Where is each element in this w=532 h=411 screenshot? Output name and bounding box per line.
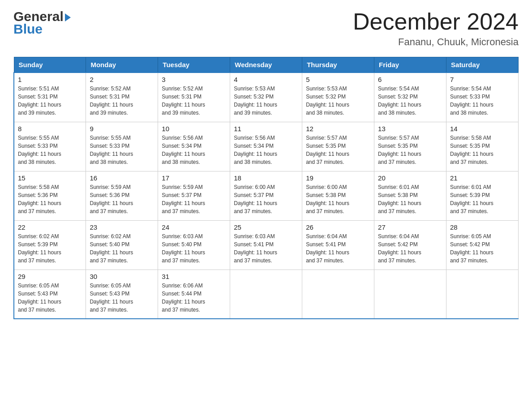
page-header: General Blue December 2024 Fananu, Chuuk… xyxy=(13,9,519,48)
day-number: 9 xyxy=(90,125,154,133)
header-friday: Friday xyxy=(374,57,446,73)
header-tuesday: Tuesday xyxy=(158,57,230,73)
calendar-cell: 25 Sunrise: 6:03 AMSunset: 5:41 PMDaylig… xyxy=(230,220,302,270)
day-number: 8 xyxy=(18,125,82,133)
calendar-cell: 15 Sunrise: 5:58 AMSunset: 5:36 PMDaylig… xyxy=(14,171,86,220)
calendar-cell: 11 Sunrise: 5:56 AMSunset: 5:34 PMDaylig… xyxy=(230,122,302,171)
day-number: 12 xyxy=(306,125,370,133)
calendar-cell: 30 Sunrise: 6:05 AMSunset: 5:43 PMDaylig… xyxy=(86,270,158,319)
calendar-title: December 2024 xyxy=(353,9,519,34)
header-row: SundayMondayTuesdayWednesdayThursdayFrid… xyxy=(14,57,519,73)
day-number: 19 xyxy=(306,174,370,182)
day-number: 18 xyxy=(234,174,298,182)
day-number: 10 xyxy=(162,125,226,133)
day-number: 7 xyxy=(450,76,515,83)
calendar-cell: 28 Sunrise: 6:05 AMSunset: 5:42 PMDaylig… xyxy=(446,220,519,270)
calendar-cell: 22 Sunrise: 6:02 AMSunset: 5:39 PMDaylig… xyxy=(14,220,86,270)
calendar-cell: 19 Sunrise: 6:00 AMSunset: 5:38 PMDaylig… xyxy=(302,171,374,220)
day-info: Sunrise: 5:56 AMSunset: 5:34 PMDaylight:… xyxy=(162,134,226,166)
day-info: Sunrise: 5:53 AMSunset: 5:32 PMDaylight:… xyxy=(234,85,298,117)
logo: General Blue xyxy=(13,9,71,37)
calendar-cell: 4 Sunrise: 5:53 AMSunset: 5:32 PMDayligh… xyxy=(230,73,302,122)
calendar-cell: 1 Sunrise: 5:51 AMSunset: 5:31 PMDayligh… xyxy=(14,73,86,122)
calendar-cell: 17 Sunrise: 5:59 AMSunset: 5:37 PMDaylig… xyxy=(158,171,230,220)
day-info: Sunrise: 6:05 AMSunset: 5:43 PMDaylight:… xyxy=(18,282,82,314)
day-number: 15 xyxy=(18,174,82,182)
day-number: 3 xyxy=(162,76,226,83)
week-row-5: 29 Sunrise: 6:05 AMSunset: 5:43 PMDaylig… xyxy=(14,270,519,319)
header-wednesday: Wednesday xyxy=(230,57,302,73)
day-number: 28 xyxy=(450,223,515,231)
week-row-3: 15 Sunrise: 5:58 AMSunset: 5:36 PMDaylig… xyxy=(14,171,519,220)
calendar-cell: 8 Sunrise: 5:55 AMSunset: 5:33 PMDayligh… xyxy=(14,122,86,171)
day-info: Sunrise: 6:04 AMSunset: 5:42 PMDaylight:… xyxy=(378,232,442,265)
day-info: Sunrise: 5:58 AMSunset: 5:35 PMDaylight:… xyxy=(450,134,515,166)
day-number: 17 xyxy=(162,174,226,182)
day-number: 6 xyxy=(378,76,442,83)
day-info: Sunrise: 6:02 AMSunset: 5:39 PMDaylight:… xyxy=(18,232,82,265)
calendar-cell: 21 Sunrise: 6:01 AMSunset: 5:39 PMDaylig… xyxy=(446,171,519,220)
day-info: Sunrise: 5:55 AMSunset: 5:33 PMDaylight:… xyxy=(90,134,154,166)
day-number: 27 xyxy=(378,223,442,231)
day-info: Sunrise: 5:55 AMSunset: 5:33 PMDaylight:… xyxy=(18,134,82,166)
calendar-cell: 27 Sunrise: 6:04 AMSunset: 5:42 PMDaylig… xyxy=(374,220,446,270)
day-number: 14 xyxy=(450,125,515,133)
day-number: 31 xyxy=(162,273,226,280)
calendar-cell: 13 Sunrise: 5:57 AMSunset: 5:35 PMDaylig… xyxy=(374,122,446,171)
day-info: Sunrise: 5:57 AMSunset: 5:35 PMDaylight:… xyxy=(378,134,442,166)
day-info: Sunrise: 5:51 AMSunset: 5:31 PMDaylight:… xyxy=(18,85,82,117)
calendar-cell: 14 Sunrise: 5:58 AMSunset: 5:35 PMDaylig… xyxy=(446,122,519,171)
day-info: Sunrise: 5:54 AMSunset: 5:33 PMDaylight:… xyxy=(450,85,515,117)
header-thursday: Thursday xyxy=(302,57,374,73)
day-number: 25 xyxy=(234,223,298,231)
calendar-cell: 5 Sunrise: 5:53 AMSunset: 5:32 PMDayligh… xyxy=(302,73,374,122)
day-number: 4 xyxy=(234,76,298,83)
day-number: 30 xyxy=(90,273,154,280)
logo-blue-text: Blue xyxy=(13,21,71,37)
calendar-cell xyxy=(230,270,302,319)
day-info: Sunrise: 6:02 AMSunset: 5:40 PMDaylight:… xyxy=(90,232,154,265)
calendar-cell: 2 Sunrise: 5:52 AMSunset: 5:31 PMDayligh… xyxy=(86,73,158,122)
day-number: 13 xyxy=(378,125,442,133)
day-number: 20 xyxy=(378,174,442,182)
day-number: 29 xyxy=(18,273,82,280)
day-info: Sunrise: 5:53 AMSunset: 5:32 PMDaylight:… xyxy=(306,85,370,117)
day-info: Sunrise: 5:57 AMSunset: 5:35 PMDaylight:… xyxy=(306,134,370,166)
day-info: Sunrise: 6:03 AMSunset: 5:40 PMDaylight:… xyxy=(162,232,226,265)
day-number: 5 xyxy=(306,76,370,83)
day-number: 2 xyxy=(90,76,154,83)
day-info: Sunrise: 6:01 AMSunset: 5:39 PMDaylight:… xyxy=(450,183,515,215)
calendar-cell: 9 Sunrise: 5:55 AMSunset: 5:33 PMDayligh… xyxy=(86,122,158,171)
header-sunday: Sunday xyxy=(14,57,86,73)
calendar-cell xyxy=(446,270,519,319)
week-row-4: 22 Sunrise: 6:02 AMSunset: 5:39 PMDaylig… xyxy=(14,220,519,270)
day-number: 23 xyxy=(90,223,154,231)
calendar-cell xyxy=(302,270,374,319)
day-number: 24 xyxy=(162,223,226,231)
day-info: Sunrise: 6:03 AMSunset: 5:41 PMDaylight:… xyxy=(234,232,298,265)
calendar-cell: 24 Sunrise: 6:03 AMSunset: 5:40 PMDaylig… xyxy=(158,220,230,270)
header-monday: Monday xyxy=(86,57,158,73)
header-saturday: Saturday xyxy=(446,57,519,73)
calendar-cell: 7 Sunrise: 5:54 AMSunset: 5:33 PMDayligh… xyxy=(446,73,519,122)
day-info: Sunrise: 5:58 AMSunset: 5:36 PMDaylight:… xyxy=(18,183,82,215)
day-info: Sunrise: 5:52 AMSunset: 5:31 PMDaylight:… xyxy=(90,85,154,117)
day-info: Sunrise: 5:56 AMSunset: 5:34 PMDaylight:… xyxy=(234,134,298,166)
calendar-cell: 6 Sunrise: 5:54 AMSunset: 5:32 PMDayligh… xyxy=(374,73,446,122)
calendar-cell: 23 Sunrise: 6:02 AMSunset: 5:40 PMDaylig… xyxy=(86,220,158,270)
week-row-1: 1 Sunrise: 5:51 AMSunset: 5:31 PMDayligh… xyxy=(14,73,519,122)
day-info: Sunrise: 6:04 AMSunset: 5:41 PMDaylight:… xyxy=(306,232,370,265)
day-info: Sunrise: 5:54 AMSunset: 5:32 PMDaylight:… xyxy=(378,85,442,117)
day-info: Sunrise: 6:05 AMSunset: 5:43 PMDaylight:… xyxy=(90,282,154,314)
calendar-cell: 31 Sunrise: 6:06 AMSunset: 5:44 PMDaylig… xyxy=(158,270,230,319)
day-number: 1 xyxy=(18,76,82,83)
calendar-cell: 12 Sunrise: 5:57 AMSunset: 5:35 PMDaylig… xyxy=(302,122,374,171)
day-info: Sunrise: 6:06 AMSunset: 5:44 PMDaylight:… xyxy=(162,282,226,314)
calendar-cell: 26 Sunrise: 6:04 AMSunset: 5:41 PMDaylig… xyxy=(302,220,374,270)
calendar-cell: 18 Sunrise: 6:00 AMSunset: 5:37 PMDaylig… xyxy=(230,171,302,220)
day-info: Sunrise: 6:05 AMSunset: 5:42 PMDaylight:… xyxy=(450,232,515,265)
day-info: Sunrise: 6:00 AMSunset: 5:37 PMDaylight:… xyxy=(234,183,298,215)
day-info: Sunrise: 5:59 AMSunset: 5:37 PMDaylight:… xyxy=(162,183,226,215)
calendar-cell: 10 Sunrise: 5:56 AMSunset: 5:34 PMDaylig… xyxy=(158,122,230,171)
day-info: Sunrise: 5:59 AMSunset: 5:36 PMDaylight:… xyxy=(90,183,154,215)
